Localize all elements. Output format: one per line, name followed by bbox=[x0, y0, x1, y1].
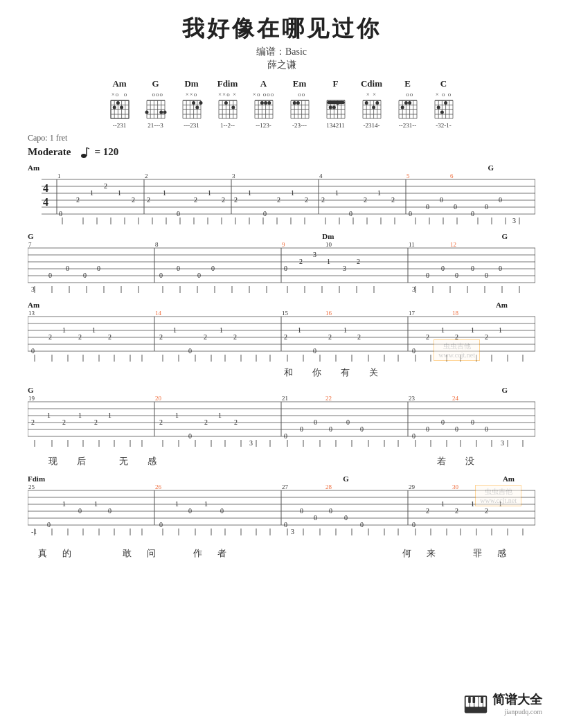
svg-text:1: 1 bbox=[335, 189, 339, 197]
svg-text:0: 0 bbox=[440, 196, 443, 204]
lyrics-row-1: 和 你 有 关 bbox=[28, 366, 535, 379]
svg-text:2: 2 bbox=[48, 333, 52, 341]
svg-text:8: 8 bbox=[155, 241, 159, 248]
svg-text:0: 0 bbox=[344, 514, 348, 522]
svg-text:1: 1 bbox=[441, 500, 445, 508]
svg-text:2: 2 bbox=[78, 333, 82, 341]
svg-text:6: 6 bbox=[450, 172, 454, 179]
svg-text:18: 18 bbox=[452, 310, 459, 317]
svg-text:2: 2 bbox=[76, 196, 80, 204]
svg-text:4: 4 bbox=[43, 196, 48, 208]
piano-icon bbox=[463, 691, 488, 716]
chord-label-g-1: G bbox=[488, 163, 494, 172]
svg-text:1: 1 bbox=[62, 500, 66, 508]
svg-text:2: 2 bbox=[305, 196, 308, 204]
svg-text:0: 0 bbox=[454, 203, 457, 211]
chord-em: Em oo -23--- bbox=[288, 78, 312, 129]
svg-text:2: 2 bbox=[485, 333, 488, 341]
watermark-1-line1: 虫虫吉他 bbox=[438, 341, 475, 351]
tab-row-4: G G 19 20 21 22 23 24 2 1 2 1 bbox=[28, 386, 535, 454]
svg-text:23: 23 bbox=[409, 395, 415, 402]
svg-point-68 bbox=[264, 101, 267, 105]
svg-text:1: 1 bbox=[343, 326, 347, 334]
lyric-3-8: 来 bbox=[427, 547, 436, 560]
svg-text:3: 3 bbox=[249, 439, 253, 447]
svg-point-140 bbox=[81, 154, 87, 158]
svg-text:0: 0 bbox=[329, 507, 332, 515]
svg-text:0: 0 bbox=[159, 521, 163, 529]
chord-e: E oo --231-- bbox=[396, 78, 420, 129]
svg-point-110 bbox=[372, 106, 375, 109]
svg-text:0: 0 bbox=[300, 507, 303, 515]
svg-point-139 bbox=[444, 101, 447, 105]
tab-row-1: Am G 4 4 1 2 3 4 5 bbox=[28, 163, 535, 228]
svg-point-138 bbox=[440, 111, 443, 114]
svg-text:24: 24 bbox=[452, 395, 459, 402]
svg-text:2: 2 bbox=[31, 418, 35, 426]
svg-text:1: 1 bbox=[291, 189, 294, 197]
watermark-1: 虫虫吉他 www.ccjt.net bbox=[434, 339, 480, 361]
svg-text:0: 0 bbox=[412, 347, 415, 355]
svg-text:2: 2 bbox=[426, 333, 429, 341]
svg-text:11: 11 bbox=[409, 241, 415, 248]
svg-text:0: 0 bbox=[313, 347, 316, 355]
svg-text:29: 29 bbox=[409, 483, 415, 490]
svg-text:0: 0 bbox=[485, 203, 488, 211]
svg-text:3: 3 bbox=[343, 265, 346, 272]
svg-text:3: 3 bbox=[31, 285, 35, 293]
lyric-3-3: 敢 bbox=[123, 547, 132, 560]
svg-text:2: 2 bbox=[321, 196, 325, 204]
svg-text:2: 2 bbox=[357, 333, 361, 341]
svg-text:1: 1 bbox=[90, 189, 93, 197]
svg-text:1: 1 bbox=[175, 500, 179, 508]
svg-point-41 bbox=[195, 106, 199, 109]
svg-text:0: 0 bbox=[349, 210, 352, 217]
svg-text:2: 2 bbox=[108, 333, 111, 341]
svg-text:0: 0 bbox=[455, 272, 458, 279]
chord-label-fdim-5: Fdim bbox=[28, 474, 45, 483]
svg-text:1: 1 bbox=[248, 189, 251, 197]
svg-text:2: 2 bbox=[391, 196, 395, 204]
svg-text:0: 0 bbox=[48, 272, 52, 279]
svg-point-28 bbox=[163, 111, 166, 114]
svg-text:1: 1 bbox=[471, 500, 474, 508]
svg-text:0: 0 bbox=[284, 521, 287, 529]
svg-text:2: 2 bbox=[159, 333, 163, 341]
tab-staff-4: 19 20 21 22 23 24 2 1 2 1 2 1 2 1 0 2 1 … bbox=[28, 395, 535, 454]
svg-text:0: 0 bbox=[284, 265, 287, 272]
svg-point-97 bbox=[336, 101, 339, 105]
svg-text:0: 0 bbox=[409, 210, 412, 217]
title-section: 我好像在哪见过你 编谱：Basic 薛之谦 bbox=[28, 14, 535, 71]
lyric-2-2: 后 bbox=[77, 455, 86, 468]
watermark-2-line1: 虫虫吉他 bbox=[480, 487, 517, 497]
svg-text:1: 1 bbox=[298, 326, 301, 334]
tab-row-2: G Dm G 7 8 9 10 11 12 3 0 0 bbox=[28, 232, 535, 296]
svg-rect-523 bbox=[473, 697, 476, 703]
svg-text:-1: -1 bbox=[31, 528, 37, 535]
chord-label-dm-2: Dm bbox=[322, 232, 334, 240]
lyric-4: 关 bbox=[369, 366, 378, 379]
svg-text:0: 0 bbox=[499, 265, 502, 272]
chord-label-g-3: G bbox=[501, 232, 508, 240]
svg-text:9: 9 bbox=[282, 241, 285, 248]
lyric-3-10: 感 bbox=[497, 547, 506, 560]
svg-point-42 bbox=[199, 101, 202, 105]
svg-text:1: 1 bbox=[204, 500, 208, 508]
svg-text:0: 0 bbox=[177, 265, 180, 272]
chords-row: Am ×o o --2 bbox=[28, 78, 535, 129]
chord-c: C × o o -32-1- bbox=[432, 78, 456, 129]
svg-text:0: 0 bbox=[66, 265, 69, 272]
svg-text:1: 1 bbox=[173, 326, 177, 334]
svg-text:2: 2 bbox=[132, 196, 135, 204]
svg-text:1: 1 bbox=[118, 189, 121, 197]
lyric-3-5: 作 bbox=[193, 547, 202, 560]
lyric-2-3: 无 bbox=[119, 455, 128, 468]
svg-text:0: 0 bbox=[47, 521, 51, 529]
svg-text:13: 13 bbox=[28, 310, 35, 317]
chord-label-g-4: G bbox=[28, 386, 34, 394]
svg-text:2: 2 bbox=[204, 418, 208, 426]
chord-fdim: Fdim ××o × 1--2-- bbox=[216, 78, 240, 129]
svg-text:2: 2 bbox=[147, 196, 150, 204]
note-symbol bbox=[80, 147, 90, 158]
svg-text:0: 0 bbox=[360, 521, 364, 529]
